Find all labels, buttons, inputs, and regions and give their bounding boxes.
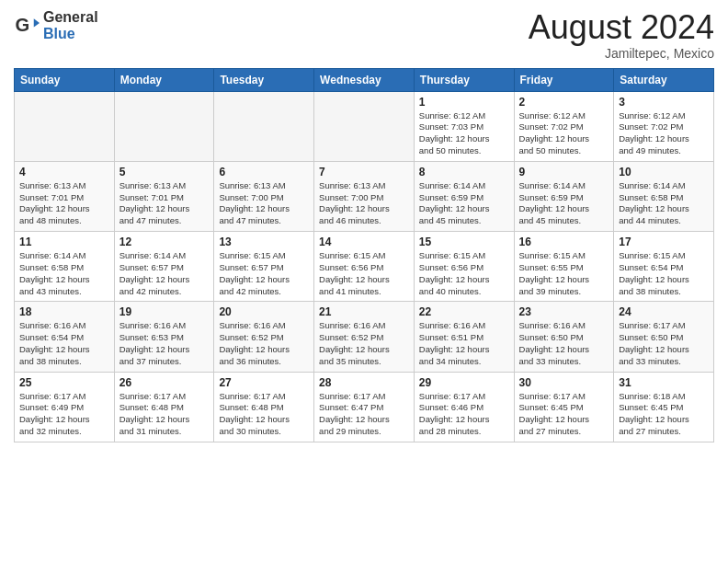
day-cell bbox=[15, 91, 115, 161]
day-info: Sunrise: 6:16 AM Sunset: 6:52 PM Dayligh… bbox=[219, 320, 309, 367]
calendar-table: SundayMondayTuesdayWednesdayThursdayFrid… bbox=[14, 68, 714, 442]
week-row-2: 4Sunrise: 6:13 AM Sunset: 7:01 PM Daylig… bbox=[15, 161, 714, 231]
col-header-tuesday: Tuesday bbox=[214, 68, 314, 91]
day-number: 4 bbox=[19, 166, 109, 178]
day-number: 7 bbox=[319, 166, 409, 178]
day-cell: 1Sunrise: 6:12 AM Sunset: 7:03 PM Daylig… bbox=[414, 91, 514, 161]
day-number: 31 bbox=[619, 376, 709, 389]
day-cell: 23Sunrise: 6:16 AM Sunset: 6:50 PM Dayli… bbox=[514, 302, 614, 372]
day-cell: 10Sunrise: 6:14 AM Sunset: 6:58 PM Dayli… bbox=[614, 161, 714, 231]
day-info: Sunrise: 6:14 AM Sunset: 6:59 PM Dayligh… bbox=[519, 180, 609, 227]
day-info: Sunrise: 6:15 AM Sunset: 6:56 PM Dayligh… bbox=[319, 250, 409, 297]
day-info: Sunrise: 6:14 AM Sunset: 6:58 PM Dayligh… bbox=[19, 250, 109, 297]
day-number: 19 bbox=[119, 305, 210, 318]
day-number: 9 bbox=[519, 166, 609, 178]
day-number: 17 bbox=[619, 236, 709, 248]
col-header-wednesday: Wednesday bbox=[314, 68, 415, 91]
day-cell: 9Sunrise: 6:14 AM Sunset: 6:59 PM Daylig… bbox=[514, 161, 614, 231]
month-year: August 2024 bbox=[529, 9, 714, 46]
day-number: 14 bbox=[319, 236, 409, 248]
day-cell: 8Sunrise: 6:14 AM Sunset: 6:59 PM Daylig… bbox=[414, 161, 514, 231]
day-info: Sunrise: 6:15 AM Sunset: 6:56 PM Dayligh… bbox=[419, 250, 509, 297]
day-cell: 20Sunrise: 6:16 AM Sunset: 6:52 PM Dayli… bbox=[214, 302, 314, 372]
day-cell: 31Sunrise: 6:18 AM Sunset: 6:45 PM Dayli… bbox=[614, 372, 714, 442]
day-info: Sunrise: 6:14 AM Sunset: 6:57 PM Dayligh… bbox=[119, 250, 210, 297]
svg-text:G: G bbox=[16, 15, 30, 35]
day-number: 6 bbox=[219, 166, 309, 178]
day-info: Sunrise: 6:17 AM Sunset: 6:47 PM Dayligh… bbox=[319, 391, 409, 438]
day-cell: 16Sunrise: 6:15 AM Sunset: 6:55 PM Dayli… bbox=[514, 232, 614, 302]
day-number: 24 bbox=[619, 305, 709, 318]
day-number: 16 bbox=[519, 236, 609, 248]
day-cell: 18Sunrise: 6:16 AM Sunset: 6:54 PM Dayli… bbox=[15, 302, 115, 372]
day-cell: 12Sunrise: 6:14 AM Sunset: 6:57 PM Dayli… bbox=[114, 232, 214, 302]
day-cell: 13Sunrise: 6:15 AM Sunset: 6:57 PM Dayli… bbox=[214, 232, 314, 302]
day-cell: 6Sunrise: 6:13 AM Sunset: 7:00 PM Daylig… bbox=[214, 161, 314, 231]
day-info: Sunrise: 6:17 AM Sunset: 6:50 PM Dayligh… bbox=[619, 320, 709, 367]
day-number: 12 bbox=[119, 236, 210, 248]
day-info: Sunrise: 6:13 AM Sunset: 7:01 PM Dayligh… bbox=[19, 180, 109, 227]
day-cell: 14Sunrise: 6:15 AM Sunset: 6:56 PM Dayli… bbox=[314, 232, 415, 302]
day-cell: 26Sunrise: 6:17 AM Sunset: 6:48 PM Dayli… bbox=[114, 372, 214, 442]
day-info: Sunrise: 6:15 AM Sunset: 6:54 PM Dayligh… bbox=[619, 250, 709, 297]
day-cell: 3Sunrise: 6:12 AM Sunset: 7:02 PM Daylig… bbox=[614, 91, 714, 161]
day-cell: 4Sunrise: 6:13 AM Sunset: 7:01 PM Daylig… bbox=[15, 161, 115, 231]
day-number: 10 bbox=[619, 166, 709, 178]
day-info: Sunrise: 6:17 AM Sunset: 6:45 PM Dayligh… bbox=[519, 391, 609, 438]
logo-blue: Blue bbox=[43, 26, 75, 41]
day-info: Sunrise: 6:16 AM Sunset: 6:54 PM Dayligh… bbox=[19, 320, 109, 367]
week-row-4: 18Sunrise: 6:16 AM Sunset: 6:54 PM Dayli… bbox=[15, 302, 714, 372]
day-number: 25 bbox=[19, 376, 109, 389]
col-header-saturday: Saturday bbox=[614, 68, 714, 91]
day-cell bbox=[314, 91, 415, 161]
day-number: 1 bbox=[419, 96, 509, 109]
day-number: 23 bbox=[519, 305, 609, 318]
day-number: 15 bbox=[419, 236, 509, 248]
col-header-thursday: Thursday bbox=[414, 68, 514, 91]
day-info: Sunrise: 6:16 AM Sunset: 6:52 PM Dayligh… bbox=[319, 320, 409, 367]
day-number: 18 bbox=[19, 305, 109, 318]
day-info: Sunrise: 6:17 AM Sunset: 6:46 PM Dayligh… bbox=[419, 391, 509, 438]
col-header-sunday: Sunday bbox=[15, 68, 115, 91]
day-info: Sunrise: 6:12 AM Sunset: 7:02 PM Dayligh… bbox=[519, 110, 609, 157]
day-number: 29 bbox=[419, 376, 509, 389]
day-info: Sunrise: 6:13 AM Sunset: 7:01 PM Dayligh… bbox=[119, 180, 210, 227]
day-cell: 24Sunrise: 6:17 AM Sunset: 6:50 PM Dayli… bbox=[614, 302, 714, 372]
day-number: 27 bbox=[219, 376, 309, 389]
page-header: G General Blue August 2024 Jamiltepec, M… bbox=[14, 9, 714, 61]
day-number: 11 bbox=[19, 236, 109, 248]
day-number: 30 bbox=[519, 376, 609, 389]
svg-marker-1 bbox=[34, 18, 40, 27]
day-info: Sunrise: 6:14 AM Sunset: 6:59 PM Dayligh… bbox=[419, 180, 509, 227]
col-header-friday: Friday bbox=[514, 68, 614, 91]
calendar-header-row: SundayMondayTuesdayWednesdayThursdayFrid… bbox=[15, 68, 714, 91]
day-info: Sunrise: 6:14 AM Sunset: 6:58 PM Dayligh… bbox=[619, 180, 709, 227]
day-info: Sunrise: 6:18 AM Sunset: 6:45 PM Dayligh… bbox=[619, 391, 709, 438]
day-info: Sunrise: 6:12 AM Sunset: 7:03 PM Dayligh… bbox=[419, 110, 509, 157]
logo-text-block: General Blue bbox=[43, 9, 98, 42]
day-info: Sunrise: 6:16 AM Sunset: 6:51 PM Dayligh… bbox=[419, 320, 509, 367]
day-info: Sunrise: 6:15 AM Sunset: 6:55 PM Dayligh… bbox=[519, 250, 609, 297]
location: Jamiltepec, Mexico bbox=[529, 46, 714, 61]
day-cell: 27Sunrise: 6:17 AM Sunset: 6:48 PM Dayli… bbox=[214, 372, 314, 442]
day-number: 5 bbox=[119, 166, 210, 178]
day-info: Sunrise: 6:15 AM Sunset: 6:57 PM Dayligh… bbox=[219, 250, 309, 297]
day-info: Sunrise: 6:12 AM Sunset: 7:02 PM Dayligh… bbox=[619, 110, 709, 157]
day-cell: 30Sunrise: 6:17 AM Sunset: 6:45 PM Dayli… bbox=[514, 372, 614, 442]
day-number: 21 bbox=[319, 305, 409, 318]
day-cell: 28Sunrise: 6:17 AM Sunset: 6:47 PM Dayli… bbox=[314, 372, 415, 442]
week-row-5: 25Sunrise: 6:17 AM Sunset: 6:49 PM Dayli… bbox=[15, 372, 714, 442]
title-block: August 2024 Jamiltepec, Mexico bbox=[529, 9, 714, 61]
day-cell: 21Sunrise: 6:16 AM Sunset: 6:52 PM Dayli… bbox=[314, 302, 415, 372]
day-info: Sunrise: 6:16 AM Sunset: 6:53 PM Dayligh… bbox=[119, 320, 210, 367]
day-cell: 25Sunrise: 6:17 AM Sunset: 6:49 PM Dayli… bbox=[15, 372, 115, 442]
day-cell: 19Sunrise: 6:16 AM Sunset: 6:53 PM Dayli… bbox=[114, 302, 214, 372]
day-number: 3 bbox=[619, 96, 709, 109]
day-number: 22 bbox=[419, 305, 509, 318]
day-cell: 17Sunrise: 6:15 AM Sunset: 6:54 PM Dayli… bbox=[614, 232, 714, 302]
day-cell: 15Sunrise: 6:15 AM Sunset: 6:56 PM Dayli… bbox=[414, 232, 514, 302]
day-info: Sunrise: 6:13 AM Sunset: 7:00 PM Dayligh… bbox=[319, 180, 409, 227]
day-cell bbox=[114, 91, 214, 161]
day-cell: 22Sunrise: 6:16 AM Sunset: 6:51 PM Dayli… bbox=[414, 302, 514, 372]
day-info: Sunrise: 6:17 AM Sunset: 6:49 PM Dayligh… bbox=[19, 391, 109, 438]
